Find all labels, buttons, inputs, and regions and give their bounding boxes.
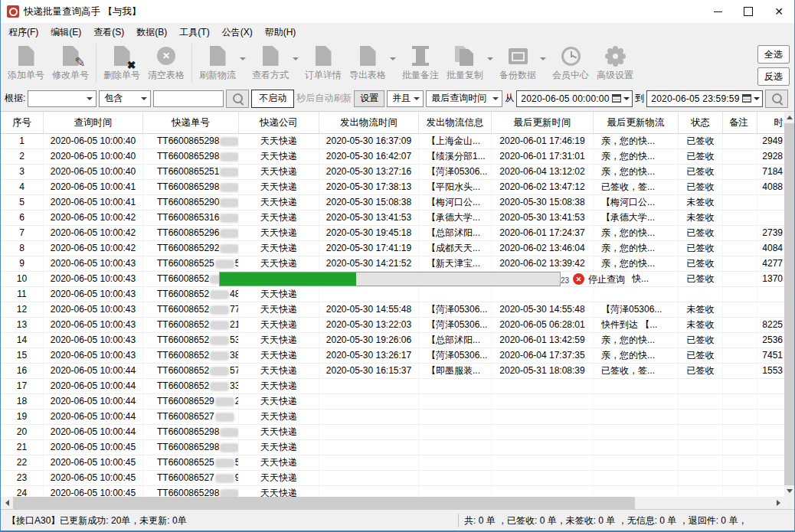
arrow-down-icon [787, 489, 793, 496]
table-row[interactable]: 12020-06-05 10:00:40TT6600865298天天快递2020… [1, 134, 784, 149]
table-row[interactable]: 172020-06-05 10:00:44TT6600865233天天快递 [1, 379, 784, 394]
scroll-left-button[interactable] [1, 497, 13, 509]
cell-sent-time [319, 287, 419, 302]
dropdown-caret-icon[interactable] [487, 57, 493, 64]
filter-field-select[interactable] [28, 90, 97, 107]
masked-digits [215, 474, 234, 483]
column-header-tracking-no[interactable]: 快递单号 [143, 112, 239, 133]
menu-item-0[interactable]: 程序(F) [2, 24, 44, 41]
minimize-icon [714, 11, 722, 12]
keyword-input[interactable] [153, 90, 224, 107]
member-center-button[interactable]: 会员中心 [548, 42, 593, 83]
menu-item-6[interactable]: 帮助(H) [259, 24, 303, 41]
refresh-logistics-button[interactable]: 刷新物流 [195, 42, 240, 83]
close-button[interactable]: ✕ [764, 0, 794, 23]
settings-button[interactable]: 设置 [354, 90, 384, 107]
table-row[interactable]: 82020-06-05 10:00:42TT66008652923天天快递202… [1, 241, 784, 256]
table-row[interactable]: 142020-06-05 10:00:43TT6600865253天天快递202… [1, 333, 784, 348]
view-mode-button[interactable]: 查看方式 [248, 42, 293, 83]
menu-item-4[interactable]: 工具(T) [173, 24, 215, 41]
scroll-right-button[interactable] [772, 497, 784, 509]
cell-no: 6 [1, 211, 44, 225]
table-row[interactable]: 102020-06-05 10:00:43TT66008652已签收137023… [1, 272, 784, 287]
dropdown-caret-icon[interactable] [293, 57, 299, 64]
column-header-no[interactable]: 序号 [1, 112, 44, 133]
table-row[interactable]: 232020-06-05 10:00:45TT6600865279天天快递 [1, 471, 784, 486]
cell-tracking-no: TT6600865279 [143, 471, 239, 485]
column-header-company[interactable]: 快递公司 [239, 112, 319, 133]
dropdown-caret-icon[interactable] [390, 57, 396, 64]
column-header-update-info[interactable]: 最后更新物流 [594, 112, 679, 133]
menu-item-1[interactable]: 编辑(E) [44, 24, 87, 41]
table-row[interactable]: 212020-06-05 10:00:45TT66008652987天天快递 [1, 440, 784, 455]
column-header-status[interactable]: 状态 [679, 112, 723, 133]
edit-number-button[interactable]: ✎修改单号 [48, 42, 93, 83]
table-row[interactable]: 22020-06-05 10:00:40TT6600865298天天快递2020… [1, 149, 784, 165]
dropdown-caret-icon[interactable] [240, 57, 246, 64]
table-row[interactable]: 72020-06-05 10:00:42TT6600865296天天快递2020… [1, 226, 784, 241]
table-row[interactable]: 112020-06-05 10:00:43TT6600865248天天快递 [1, 287, 784, 302]
cell-sent-info: 【总部沭阳... [419, 333, 492, 348]
clear-table-button[interactable]: ✕清空表格 [144, 42, 188, 83]
select-all-button[interactable]: 全选 [757, 45, 790, 64]
order-detail-button[interactable]: 订单详情 [301, 42, 345, 83]
dropdown-caret-icon[interactable] [540, 57, 546, 64]
cell-sent-info: 【总部沭阳... [419, 226, 492, 240]
cell-query-time: 2020-06-05 10:00:43 [44, 348, 143, 363]
vertical-scrollbar[interactable] [784, 112, 794, 497]
table-row[interactable]: 42020-06-05 10:00:41TT6600865298天天快递2020… [1, 180, 784, 195]
horizontal-scrollbar[interactable] [1, 497, 784, 509]
and-or-select[interactable]: 并且 [387, 90, 424, 107]
column-header-update-time[interactable]: 最后更新时间 [492, 112, 594, 133]
scroll-up-button[interactable] [784, 112, 794, 123]
invert-select-button[interactable]: 反选 [757, 67, 790, 86]
column-header-hours[interactable]: 时 [757, 112, 786, 133]
time-search-button[interactable] [765, 90, 788, 108]
export-table-button[interactable]: 导出表格 [345, 42, 390, 83]
table-row[interactable]: 132020-06-05 10:00:43TT6600865221天天快递202… [1, 318, 784, 333]
arrow-left-icon [2, 500, 9, 506]
cell-update-time: 2020-05-30 14:55:48 [492, 302, 594, 317]
menu-item-5[interactable]: 公告(X) [216, 24, 259, 41]
table-row[interactable]: 32020-06-05 10:00:40TT6600865251天天快递2020… [1, 165, 784, 180]
match-mode-select[interactable]: 包含 [99, 90, 151, 107]
cell-status [679, 410, 723, 424]
table-row[interactable]: 202020-06-05 10:00:44TT66008652982天天快递 [1, 425, 784, 440]
time-field-select[interactable]: 最后查询时间 [426, 90, 502, 107]
column-header-sent-info[interactable]: 发出物流信息 [419, 112, 492, 133]
column-header-query-time[interactable]: 查询时间 [44, 112, 143, 133]
scroll-down-button[interactable] [784, 485, 794, 497]
column-header-note[interactable]: 备注 [723, 112, 757, 133]
menu-item-3[interactable]: 数据(B) [130, 24, 173, 41]
delete-number-button[interactable]: ✖删除单号 [100, 42, 144, 83]
table-row[interactable]: 92020-06-05 10:00:43TT66008652553天天快递202… [1, 256, 784, 272]
table-row[interactable]: 222020-06-05 10:00:45TT6600865255天天快递 [1, 455, 784, 471]
menu-item-2[interactable]: 查看(S) [87, 24, 130, 41]
column-header-sent-time[interactable]: 发出物流时间 [319, 112, 419, 133]
to-datetime-input[interactable]: 2020-06-05 23:59:59 [646, 90, 763, 107]
table-row[interactable]: 192020-06-05 10:00:44TT660086527天天快递 [1, 410, 784, 425]
stop-query-button[interactable]: ✕停止查询 [570, 272, 628, 286]
minimize-button[interactable] [702, 0, 733, 23]
cell-sent-time [319, 394, 419, 409]
batch-note-button[interactable]: 批量备注 [398, 42, 443, 83]
cell-note [723, 410, 757, 424]
table-row[interactable]: 52020-06-05 10:00:41TT6600865290天天快递2020… [1, 195, 784, 211]
copy-icon [455, 44, 475, 67]
filter-search-button[interactable] [226, 90, 249, 108]
maximize-button[interactable] [733, 0, 764, 23]
table-row[interactable]: 122020-06-05 10:00:43TT6600865277天天快递202… [1, 302, 784, 318]
table-row[interactable]: 182020-06-05 10:00:44TT6600865292天天快递 [1, 394, 784, 410]
add-number-button[interactable]: 添加单号 [4, 42, 48, 83]
table-row[interactable]: 152020-06-05 10:00:43TT6600865238天天快递202… [1, 348, 784, 364]
table-row[interactable]: 62020-06-05 10:00:42TT6600865316天天快递2020… [1, 211, 784, 226]
cell-tracking-no: TT660086527 [143, 410, 239, 424]
advanced-settings-button[interactable]: 高级设置 [593, 42, 637, 83]
backup-data-button[interactable]: 备份数据 [496, 42, 540, 83]
auto-refresh-toggle-button[interactable]: 不启动 [251, 90, 294, 108]
batch-copy-button[interactable]: 批量复制 [443, 42, 487, 83]
from-datetime-input[interactable]: 2020-06-05 00:00:00 [516, 90, 633, 107]
vertical-scrollbar-thumb[interactable] [784, 123, 794, 485]
horizontal-scrollbar-thumb[interactable] [13, 497, 635, 509]
table-row[interactable]: 162020-06-05 10:00:44TT6600865257天天快递202… [1, 364, 784, 379]
